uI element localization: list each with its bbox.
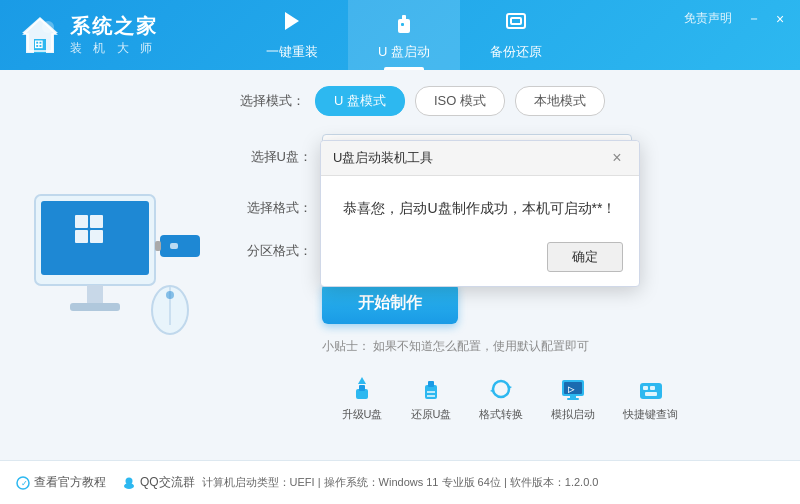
mode-udisk-btn[interactable]: U 盘模式	[315, 86, 405, 116]
tab-backup[interactable]: 备份还原	[460, 0, 572, 70]
tab-udisk[interactable]: U 盘启动	[348, 0, 460, 70]
simulate-boot-icon: ▷	[559, 375, 587, 403]
quick-action-upgrade[interactable]: 升级U盘	[332, 371, 393, 426]
tips-area: 小贴士： 如果不知道怎么配置，使用默认配置即可	[322, 338, 780, 355]
tab-reinstall[interactable]: 一键重装	[236, 0, 348, 70]
svg-rect-8	[401, 23, 404, 26]
logo-area: ⊞ 系统之家 装 机 大 师	[0, 13, 176, 57]
svg-rect-16	[90, 230, 103, 243]
svg-text:✓: ✓	[21, 479, 28, 488]
qq-link-label: QQ交流群	[140, 474, 195, 491]
svg-marker-5	[285, 12, 299, 30]
svg-rect-41	[650, 386, 655, 390]
tab-udisk-label: U 盘启动	[378, 43, 430, 61]
quick-action-format-convert[interactable]: 格式转换	[469, 371, 533, 426]
svg-rect-10	[511, 18, 521, 24]
dialog-close-btn[interactable]: ×	[607, 148, 627, 168]
success-dialog: U盘启动装机工具 × 恭喜您，启动U盘制作成功，本机可启动**！ 确定	[320, 140, 640, 287]
svg-point-46	[124, 483, 134, 489]
quick-action-restore[interactable]: 还原U盘	[401, 371, 462, 426]
header: ⊞ 系统之家 装 机 大 师 一键重装 U 盘启动	[0, 0, 800, 70]
bottom-toolbar: ✓ 查看官方教程 QQ交流群 计算机启动类型：UEFI | 操作系统：Windo…	[0, 460, 800, 504]
svg-rect-42	[645, 392, 657, 396]
dialog-ok-button[interactable]: 确定	[547, 242, 623, 272]
upgrade-udisk-icon	[348, 375, 376, 403]
partition-row-label: 分区格式：	[240, 242, 312, 260]
start-button[interactable]: 开始制作	[322, 283, 458, 324]
disclaimer-link[interactable]: 免责声明	[678, 8, 738, 29]
svg-rect-14	[90, 215, 103, 228]
logo-icon: ⊞	[18, 13, 62, 57]
qq-link[interactable]: QQ交流群	[122, 474, 195, 491]
format-row-label: 选择格式：	[240, 199, 312, 217]
qq-icon	[122, 476, 136, 490]
svg-rect-40	[643, 386, 648, 390]
quick-action-simulate-label: 模拟启动	[551, 407, 595, 422]
udisk-nav-icon	[393, 9, 415, 39]
svg-rect-7	[402, 15, 406, 21]
tips-prefix: 小贴士：	[322, 339, 370, 353]
svg-rect-15	[75, 230, 88, 243]
svg-point-24	[166, 291, 174, 299]
svg-rect-9	[507, 14, 525, 28]
svg-text:⊞: ⊞	[34, 38, 43, 50]
dialog-body: 恭喜您，启动U盘制作成功，本机可启动**！	[321, 176, 639, 234]
svg-rect-19	[160, 235, 200, 257]
svg-rect-39	[640, 383, 662, 399]
mode-local-btn[interactable]: 本地模式	[515, 86, 605, 116]
svg-rect-6	[398, 19, 410, 33]
svg-rect-18	[70, 303, 120, 311]
nav-tabs: 一键重装 U 盘启动 备份还原	[236, 0, 572, 70]
tips-text: 如果不知道怎么配置，使用默认配置即可	[373, 339, 589, 353]
quick-action-restore-label: 还原U盘	[411, 407, 452, 422]
svg-rect-26	[359, 385, 365, 391]
svg-rect-37	[567, 398, 579, 400]
dialog-title: U盘启动装机工具	[333, 149, 433, 167]
dialog-footer: 确定	[321, 234, 639, 286]
svg-rect-29	[428, 381, 434, 387]
svg-rect-31	[427, 395, 435, 397]
dialog-header: U盘启动装机工具 ×	[321, 141, 639, 176]
quick-action-shortcut[interactable]: 快捷键查询	[613, 371, 688, 426]
svg-rect-17	[87, 285, 103, 305]
mode-iso-btn[interactable]: ISO 模式	[415, 86, 505, 116]
svg-rect-13	[75, 215, 88, 228]
minimize-button[interactable]: －	[744, 9, 764, 29]
quick-action-upgrade-label: 升级U盘	[342, 407, 383, 422]
header-actions: 免责声明 － ×	[678, 8, 790, 29]
quick-action-simulate[interactable]: ▷ 模拟启动	[541, 371, 605, 426]
svg-rect-30	[427, 391, 435, 393]
tutorial-link-label: 查看官方教程	[34, 474, 106, 491]
illustration-svg	[15, 175, 215, 355]
mode-selector-label: 选择模式：	[240, 92, 305, 110]
close-button[interactable]: ×	[770, 9, 790, 29]
logo-subtitle: 装 机 大 师	[70, 40, 158, 57]
svg-text:▷: ▷	[568, 385, 575, 394]
quick-action-format-convert-label: 格式转换	[479, 407, 523, 422]
left-illustration	[0, 70, 230, 460]
bottom-left-links: ✓ 查看官方教程 QQ交流群	[16, 474, 195, 491]
bottom-status: 计算机启动类型：UEFI | 操作系统：Windows 11 专业版 64位 |…	[202, 475, 599, 490]
svg-marker-27	[358, 377, 366, 384]
logo-text: 系统之家 装 机 大 师	[70, 13, 158, 57]
tutorial-icon: ✓	[16, 476, 30, 490]
shortcut-key-icon	[637, 375, 665, 403]
tab-reinstall-label: 一键重装	[266, 43, 318, 61]
restore-udisk-icon	[417, 375, 445, 403]
svg-rect-20	[170, 243, 178, 249]
udisk-row-label: 选择U盘：	[240, 148, 312, 166]
quick-actions: 升级U盘 还原U盘 格式转换	[240, 371, 780, 426]
backup-icon	[504, 9, 528, 39]
quick-action-shortcut-label: 快捷键查询	[623, 407, 678, 422]
reinstall-icon	[280, 9, 304, 39]
format-convert-icon	[487, 375, 515, 403]
logo-title: 系统之家	[70, 13, 158, 40]
tutorial-link[interactable]: ✓ 查看官方教程	[16, 474, 106, 491]
tab-backup-label: 备份还原	[490, 43, 542, 61]
mode-selector: 选择模式： U 盘模式 ISO 模式 本地模式	[240, 86, 780, 116]
svg-rect-21	[155, 241, 161, 251]
